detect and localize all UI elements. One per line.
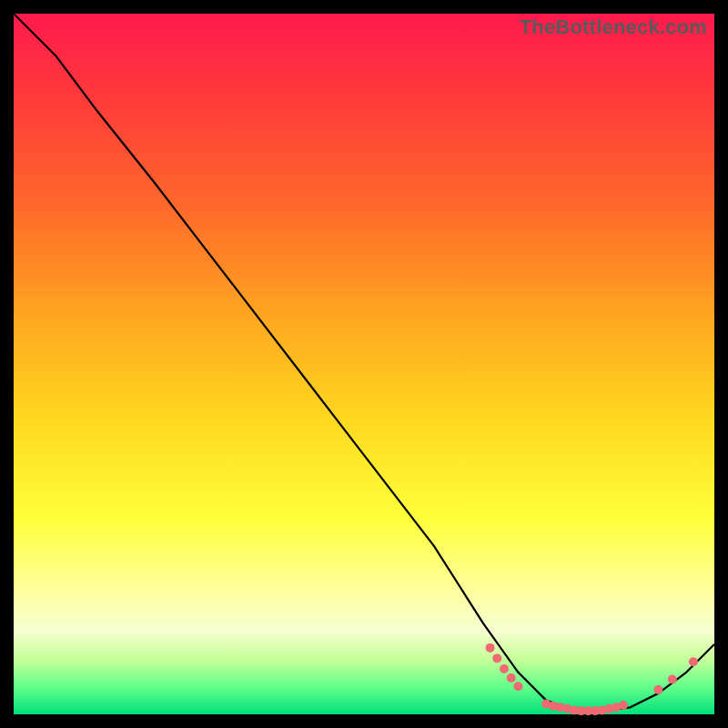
curve-marker [689,657,698,666]
curve-marker [619,701,628,710]
curve-marker [507,673,516,682]
chart-frame: TheBottleneck.com [0,0,728,728]
bottleneck-curve [14,14,714,711]
curve-marker [500,664,509,673]
chart-svg [14,14,714,714]
plot-area: TheBottleneck.com [14,14,714,714]
curve-marker [513,682,522,691]
marker-group [486,643,698,715]
curve-marker [653,685,662,694]
curve-marker [492,653,501,662]
curve-marker [668,675,677,684]
curve-marker [486,643,495,652]
